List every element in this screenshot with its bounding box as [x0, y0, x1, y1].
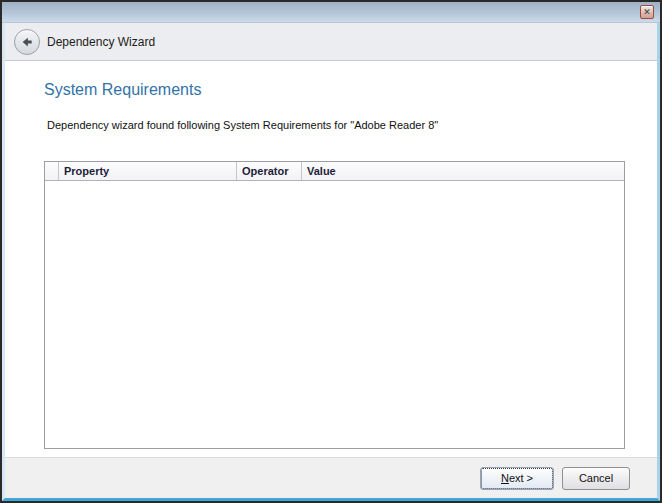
column-header-property[interactable]: Property	[59, 162, 237, 180]
window-frame: Dependency Wizard System Requirements De…	[2, 23, 660, 501]
cancel-button-label: Cancel	[579, 472, 613, 484]
column-header-value[interactable]: Value	[302, 162, 624, 180]
dependency-wizard-window: ✕ Dependency Wizard System Requirements …	[0, 0, 662, 503]
footer-bar: Next > Cancel	[5, 457, 657, 498]
close-icon: ✕	[643, 7, 651, 16]
next-button[interactable]: Next >	[480, 467, 554, 490]
wizard-header: Dependency Wizard	[5, 23, 657, 61]
next-button-accel: N	[501, 472, 509, 484]
requirements-table: Property Operator Value	[44, 161, 625, 449]
next-button-label: Next >	[501, 472, 533, 484]
back-button[interactable]	[14, 29, 40, 55]
titlebar: ✕	[2, 2, 660, 23]
cancel-button[interactable]: Cancel	[562, 467, 630, 490]
column-header-operator[interactable]: Operator	[237, 162, 302, 180]
next-button-rest: ext >	[509, 472, 533, 484]
content-area: System Requirements Dependency wizard fo…	[5, 61, 657, 457]
wizard-title: Dependency Wizard	[47, 35, 155, 49]
column-header-blank[interactable]	[45, 162, 59, 180]
back-arrow-icon	[20, 35, 34, 49]
close-button[interactable]: ✕	[640, 5, 654, 19]
table-header-row: Property Operator Value	[45, 162, 624, 181]
page-title: System Requirements	[44, 81, 201, 99]
table-body-empty[interactable]	[45, 181, 624, 448]
description-text: Dependency wizard found following System…	[47, 119, 438, 131]
